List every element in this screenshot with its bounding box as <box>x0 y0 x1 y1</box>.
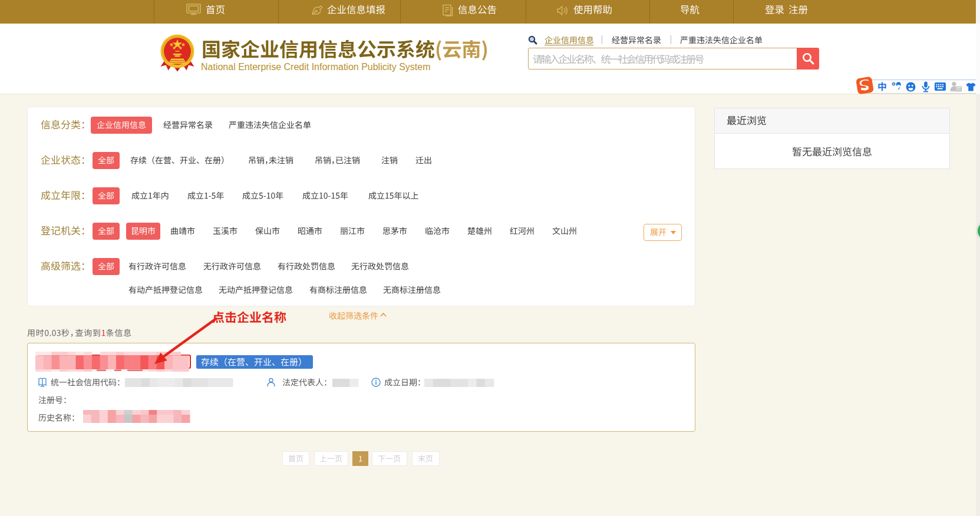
svg-text:10: 10 <box>957 87 962 91</box>
